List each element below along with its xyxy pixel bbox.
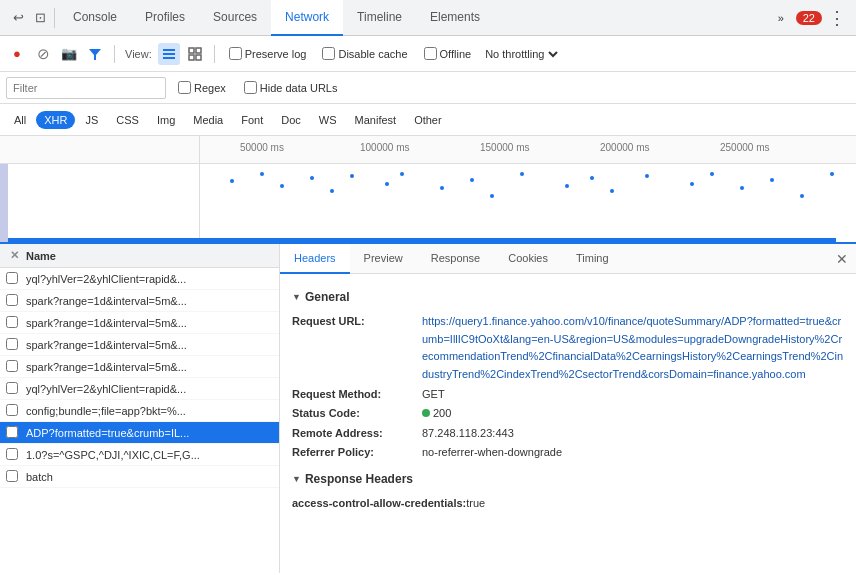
request-item-name-4: spark?range=1d&interval=5m&... [26, 361, 273, 373]
request-item-checkbox-6[interactable] [6, 404, 18, 416]
svg-rect-6 [189, 55, 194, 60]
disable-cache-checkbox-group[interactable]: Disable cache [322, 47, 407, 60]
detail-content: General Request URL: https://query1.fina… [280, 274, 856, 573]
timeline-dots-container [200, 164, 856, 242]
hide-data-urls-label: Hide data URLs [260, 82, 338, 94]
type-filter-xhr[interactable]: XHR [36, 111, 75, 129]
detail-tab-cookies[interactable]: Cookies [494, 244, 562, 274]
tab-console[interactable]: Console [59, 0, 131, 36]
access-control-value: true [466, 495, 485, 513]
request-url-value[interactable]: https://query1.finance.yahoo.com/v10/fin… [422, 313, 844, 383]
request-list-close[interactable]: ✕ [6, 249, 22, 262]
list-item[interactable]: batch [0, 466, 279, 488]
type-filter-media[interactable]: Media [185, 111, 231, 129]
devtools-menu[interactable]: ⋮ [822, 7, 852, 29]
detail-tab-headers[interactable]: Headers [280, 244, 350, 274]
timeline-dot-18 [740, 186, 744, 190]
separator-2 [214, 45, 215, 63]
request-list: ✕ Name yql?yhlVer=2&yhlClient=rapid&...s… [0, 244, 280, 573]
request-item-name-0: yql?yhlVer=2&yhlClient=rapid&... [26, 273, 273, 285]
list-item[interactable]: spark?range=1d&interval=5m&... [0, 356, 279, 378]
svg-rect-2 [163, 53, 175, 55]
tab-more[interactable]: » [770, 0, 792, 36]
status-code-key: Status Code: [292, 405, 422, 423]
tab-profiles[interactable]: Profiles [131, 0, 199, 36]
request-item-name-6: config;bundle=;file=app?bkt=%... [26, 405, 273, 417]
timeline-dot-2 [280, 184, 284, 188]
type-filter-doc[interactable]: Doc [273, 111, 309, 129]
record-button[interactable]: ● [6, 43, 28, 65]
offline-checkbox-group[interactable]: Offline [424, 47, 472, 60]
request-item-name-5: yql?yhlVer=2&yhlClient=rapid&... [26, 383, 273, 395]
list-item[interactable]: yql?yhlVer=2&yhlClient=rapid&... [0, 378, 279, 400]
regex-label: Regex [194, 82, 226, 94]
timeline-dot-16 [690, 182, 694, 186]
detail-panel-close[interactable]: ✕ [828, 251, 856, 267]
request-item-checkbox-4[interactable] [6, 360, 18, 372]
preserve-log-label: Preserve log [245, 48, 307, 60]
request-item-checkbox-7[interactable] [6, 426, 18, 438]
type-filter-ws[interactable]: WS [311, 111, 345, 129]
tab-timeline[interactable]: Timeline [343, 0, 416, 36]
request-item-name-1: spark?range=1d&interval=5m&... [26, 295, 273, 307]
request-item-checkbox-2[interactable] [6, 316, 18, 328]
list-view-button[interactable] [158, 43, 180, 65]
list-item[interactable]: spark?range=1d&interval=5m&... [0, 312, 279, 334]
filter-button[interactable] [84, 43, 106, 65]
type-filter-css[interactable]: CSS [108, 111, 147, 129]
timeline-dot-21 [830, 172, 834, 176]
svg-rect-1 [163, 49, 175, 51]
tab-sources[interactable]: Sources [199, 0, 271, 36]
remote-address-row: Remote Address: 87.248.118.23:443 [292, 425, 844, 443]
hide-data-urls-checkbox[interactable] [244, 81, 257, 94]
timeline-blue-bar [8, 238, 836, 242]
request-item-checkbox-5[interactable] [6, 382, 18, 394]
preserve-log-checkbox[interactable] [229, 47, 242, 60]
type-filter-other[interactable]: Other [406, 111, 450, 129]
regex-checkbox[interactable] [178, 81, 191, 94]
detail-tabs: HeadersPreviewResponseCookiesTiming✕ [280, 244, 856, 274]
offline-checkbox[interactable] [424, 47, 437, 60]
camera-button[interactable]: 📷 [58, 43, 80, 65]
request-item-checkbox-8[interactable] [6, 448, 18, 460]
filter-input[interactable] [6, 77, 166, 99]
throttle-select[interactable]: No throttling [481, 47, 561, 61]
list-item[interactable]: spark?range=1d&interval=5m&... [0, 290, 279, 312]
type-filter-all[interactable]: All [6, 111, 34, 129]
disable-cache-checkbox[interactable] [322, 47, 335, 60]
offline-label: Offline [440, 48, 472, 60]
type-filter-manifest[interactable]: Manifest [347, 111, 405, 129]
list-item[interactable]: 1.0?s=^GSPC,^DJI,^IXIC,CL=F,G... [0, 444, 279, 466]
timeline-header: 50000 ms100000 ms150000 ms200000 ms25000… [0, 136, 856, 164]
list-item[interactable]: ADP?formatted=true&crumb=IL... [0, 422, 279, 444]
error-badge[interactable]: 22 [796, 11, 822, 25]
detail-tab-preview[interactable]: Preview [350, 244, 417, 274]
request-item-name-2: spark?range=1d&interval=5m&... [26, 317, 273, 329]
request-item-checkbox-9[interactable] [6, 470, 18, 482]
regex-checkbox-group[interactable]: Regex [178, 81, 226, 94]
preserve-log-checkbox-group[interactable]: Preserve log [229, 47, 307, 60]
timeline-name-col [0, 136, 200, 163]
type-filter-img[interactable]: Img [149, 111, 183, 129]
request-item-checkbox-0[interactable] [6, 272, 18, 284]
list-item[interactable]: config;bundle=;file=app?bkt=%... [0, 400, 279, 422]
type-filter-js[interactable]: JS [77, 111, 106, 129]
detail-tab-response[interactable]: Response [417, 244, 495, 274]
back-icon[interactable]: ↩ [8, 8, 28, 28]
request-url-key: Request URL: [292, 313, 422, 331]
hide-data-urls-checkbox-group[interactable]: Hide data URLs [244, 81, 338, 94]
tab-network[interactable]: Network [271, 0, 343, 36]
request-item-checkbox-3[interactable] [6, 338, 18, 350]
list-item[interactable]: yql?yhlVer=2&yhlClient=rapid&... [0, 268, 279, 290]
tab-elements[interactable]: Elements [416, 0, 494, 36]
request-item-checkbox-1[interactable] [6, 294, 18, 306]
tree-view-icon [188, 47, 202, 61]
type-filter-font[interactable]: Font [233, 111, 271, 129]
timeline-dot-14 [610, 189, 614, 193]
stop-button[interactable]: ⊘ [32, 43, 54, 65]
list-item[interactable]: spark?range=1d&interval=5m&... [0, 334, 279, 356]
tree-view-button[interactable] [184, 43, 206, 65]
detail-tab-timing[interactable]: Timing [562, 244, 623, 274]
devtools-icons: ↩ ⊡ [4, 8, 55, 28]
dock-icon[interactable]: ⊡ [30, 8, 50, 28]
